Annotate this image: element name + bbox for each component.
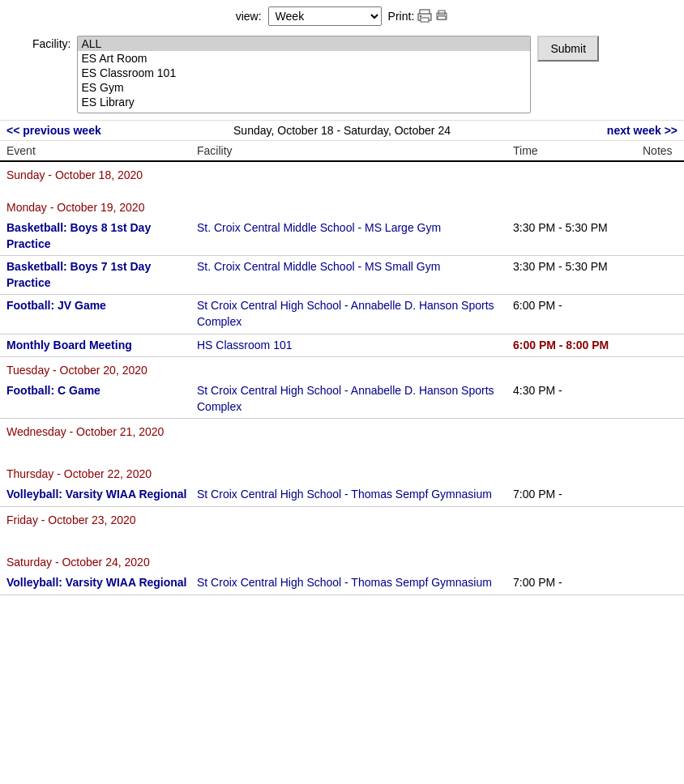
facility-label: Facility: bbox=[32, 36, 71, 50]
col-header-event: Event bbox=[6, 144, 197, 157]
event-row: Football: C GameSt Croix Central High Sc… bbox=[0, 380, 684, 419]
event-time: 7:00 PM - bbox=[513, 487, 643, 503]
col-header-time: Time bbox=[513, 144, 643, 157]
day-header: Wednesday - October 21, 2020 bbox=[0, 419, 684, 441]
col-headers: Event Facility Time Notes bbox=[0, 141, 684, 162]
spacer-row bbox=[0, 530, 684, 539]
day-header: Thursday - October 22, 2020 bbox=[0, 461, 684, 484]
print-small-icon[interactable] bbox=[435, 10, 448, 23]
event-name[interactable]: Football: C Game bbox=[6, 383, 197, 399]
spacer-row bbox=[0, 185, 684, 194]
spacer-row bbox=[0, 451, 684, 461]
submit-button[interactable]: Submit bbox=[537, 36, 599, 62]
facility-row: Facility: ALL ES Art Room ES Classroom 1… bbox=[0, 32, 684, 120]
spacer-row bbox=[0, 441, 684, 451]
week-title: Sunday, October 18 - Saturday, October 2… bbox=[120, 124, 564, 137]
event-name[interactable]: Basketball: Boys 8 1st Day Practice bbox=[6, 220, 197, 252]
day-header: Monday - October 19, 2020 bbox=[0, 194, 684, 217]
event-name[interactable]: Volleyball: Varsity WIAA Regional bbox=[6, 487, 197, 503]
svg-rect-5 bbox=[438, 16, 446, 19]
col-header-facility: Facility bbox=[197, 144, 513, 157]
event-row: Volleyball: Varsity WIAA RegionalSt Croi… bbox=[0, 572, 684, 595]
view-label: view: bbox=[236, 10, 262, 23]
event-facility: St Croix Central High School - Thomas Se… bbox=[197, 487, 513, 503]
svg-rect-3 bbox=[420, 15, 421, 17]
facility-listbox[interactable]: ALL ES Art Room ES Classroom 101 ES Gym … bbox=[77, 36, 531, 113]
day-header: Tuesday - October 20, 2020 bbox=[0, 357, 684, 380]
day-header: Sunday - October 18, 2020 bbox=[0, 162, 684, 185]
view-select[interactable]: Week Day Month bbox=[268, 6, 382, 26]
event-name[interactable]: Football: JV Game bbox=[6, 298, 197, 314]
event-facility: St Croix Central High School - Annabelle… bbox=[197, 298, 513, 330]
print-label: Print: bbox=[388, 10, 415, 23]
event-time: 7:00 PM - bbox=[513, 575, 643, 591]
event-row: Volleyball: Varsity WIAA RegionalSt Croi… bbox=[0, 484, 684, 507]
event-time: 3:30 PM - 5:30 PM bbox=[513, 220, 643, 236]
next-week-link[interactable]: next week >> bbox=[564, 124, 678, 137]
nav-row: << previous week Sunday, October 18 - Sa… bbox=[0, 120, 684, 141]
event-row: Monthly Board MeetingHS Classroom 1016:0… bbox=[0, 334, 684, 358]
spacer-row bbox=[0, 539, 684, 549]
day-header: Saturday - October 24, 2020 bbox=[0, 549, 684, 572]
event-time: 3:30 PM - 5:30 PM bbox=[513, 259, 643, 275]
svg-rect-2 bbox=[421, 18, 429, 22]
event-time: 6:00 PM - bbox=[513, 298, 643, 314]
day-header: Friday - October 23, 2020 bbox=[0, 507, 684, 530]
event-time: 6:00 PM - 8:00 PM bbox=[513, 338, 643, 354]
event-name[interactable]: Basketball: Boys 7 1st Day Practice bbox=[6, 259, 197, 291]
print-area: Print: bbox=[388, 9, 449, 23]
printer-icon[interactable] bbox=[417, 9, 432, 23]
event-facility: HS Classroom 101 bbox=[197, 338, 513, 354]
col-header-notes: Notes bbox=[643, 144, 678, 157]
top-bar: view: Week Day Month Print: bbox=[0, 0, 684, 32]
event-facility: St Croix Central High School - Thomas Se… bbox=[197, 575, 513, 591]
event-name[interactable]: Monthly Board Meeting bbox=[6, 338, 197, 354]
prev-week-link[interactable]: << previous week bbox=[6, 124, 120, 137]
event-row: Basketball: Boys 8 1st Day PracticeSt. C… bbox=[0, 217, 684, 256]
calendar-body: Sunday - October 18, 2020Monday - Octobe… bbox=[0, 162, 684, 595]
event-row: Football: JV GameSt Croix Central High S… bbox=[0, 295, 684, 334]
event-time: 4:30 PM - bbox=[513, 383, 643, 399]
event-row: Basketball: Boys 7 1st Day PracticeSt. C… bbox=[0, 256, 684, 295]
event-facility: St. Croix Central Middle School - MS Lar… bbox=[197, 220, 513, 236]
event-facility: St. Croix Central Middle School - MS Sma… bbox=[197, 259, 513, 275]
event-facility: St Croix Central High School - Annabelle… bbox=[197, 383, 513, 415]
event-name[interactable]: Volleyball: Varsity WIAA Regional bbox=[6, 575, 197, 591]
